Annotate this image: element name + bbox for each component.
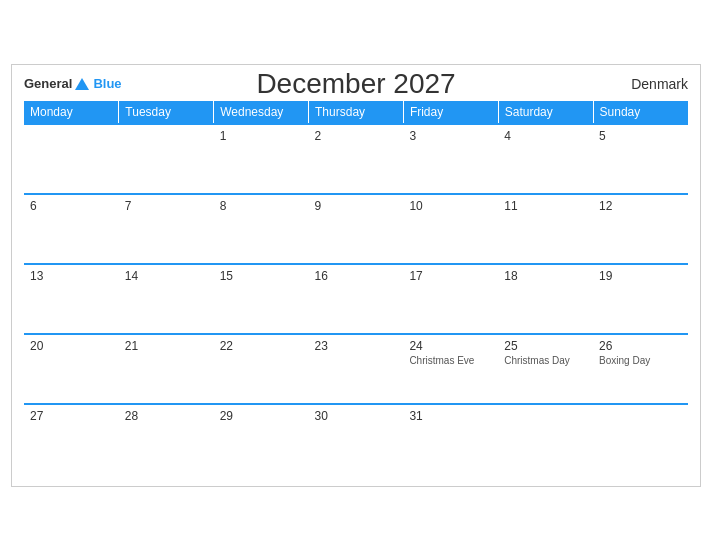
calendar-cell: 12 <box>593 194 688 264</box>
holiday-label: Christmas Eve <box>409 355 492 366</box>
day-number: 3 <box>409 129 492 143</box>
calendar-cell: 7 <box>119 194 214 264</box>
day-number: 11 <box>504 199 587 213</box>
calendar-cell: 23 <box>309 334 404 404</box>
calendar-cell: 14 <box>119 264 214 334</box>
day-number: 19 <box>599 269 682 283</box>
day-number: 1 <box>220 129 303 143</box>
calendar-cell: 29 <box>214 404 309 474</box>
day-number: 6 <box>30 199 113 213</box>
calendar-cell <box>498 404 593 474</box>
holiday-label: Christmas Day <box>504 355 587 366</box>
day-number: 4 <box>504 129 587 143</box>
calendar-table: Monday Tuesday Wednesday Thursday Friday… <box>24 101 688 474</box>
day-number: 10 <box>409 199 492 213</box>
calendar-cell: 11 <box>498 194 593 264</box>
day-number: 5 <box>599 129 682 143</box>
calendar-cell: 22 <box>214 334 309 404</box>
calendar-week-row: 6789101112 <box>24 194 688 264</box>
calendar-cell: 21 <box>119 334 214 404</box>
day-number: 26 <box>599 339 682 353</box>
day-number: 13 <box>30 269 113 283</box>
calendar-cell: 10 <box>403 194 498 264</box>
day-number: 31 <box>409 409 492 423</box>
day-number: 20 <box>30 339 113 353</box>
calendar-week-row: 13141516171819 <box>24 264 688 334</box>
header-friday: Friday <box>403 101 498 124</box>
calendar-cell: 13 <box>24 264 119 334</box>
calendar-cell: 31 <box>403 404 498 474</box>
day-number: 14 <box>125 269 208 283</box>
calendar-cell: 25Christmas Day <box>498 334 593 404</box>
logo-triangle-icon <box>75 78 89 90</box>
calendar-cell: 27 <box>24 404 119 474</box>
day-number: 22 <box>220 339 303 353</box>
header-thursday: Thursday <box>309 101 404 124</box>
day-number: 23 <box>315 339 398 353</box>
day-number: 27 <box>30 409 113 423</box>
day-number: 17 <box>409 269 492 283</box>
calendar-cell <box>119 124 214 194</box>
calendar-cell: 3 <box>403 124 498 194</box>
calendar-cell: 26Boxing Day <box>593 334 688 404</box>
calendar-cell: 24Christmas Eve <box>403 334 498 404</box>
calendar-week-row: 2021222324Christmas Eve25Christmas Day26… <box>24 334 688 404</box>
calendar-cell: 15 <box>214 264 309 334</box>
calendar-cell: 2 <box>309 124 404 194</box>
calendar-header: General Blue December 2027 Denmark <box>24 75 688 93</box>
calendar-cell: 18 <box>498 264 593 334</box>
calendar-week-row: 12345 <box>24 124 688 194</box>
header-wednesday: Wednesday <box>214 101 309 124</box>
calendar-cell <box>593 404 688 474</box>
day-number: 30 <box>315 409 398 423</box>
day-number: 29 <box>220 409 303 423</box>
logo-general-text: General <box>24 76 72 91</box>
header-monday: Monday <box>24 101 119 124</box>
calendar-cell: 20 <box>24 334 119 404</box>
calendar-week-row: 2728293031 <box>24 404 688 474</box>
page-title: December 2027 <box>256 68 455 100</box>
day-number: 7 <box>125 199 208 213</box>
day-number: 18 <box>504 269 587 283</box>
calendar-cell: 30 <box>309 404 404 474</box>
calendar-body: 123456789101112131415161718192021222324C… <box>24 124 688 474</box>
calendar-cell: 6 <box>24 194 119 264</box>
weekday-header-row: Monday Tuesday Wednesday Thursday Friday… <box>24 101 688 124</box>
calendar-cell: 5 <box>593 124 688 194</box>
calendar: General Blue December 2027 Denmark Monda… <box>11 64 701 487</box>
calendar-cell: 4 <box>498 124 593 194</box>
header-sunday: Sunday <box>593 101 688 124</box>
calendar-cell: 19 <box>593 264 688 334</box>
day-number: 2 <box>315 129 398 143</box>
calendar-cell: 17 <box>403 264 498 334</box>
day-number: 25 <box>504 339 587 353</box>
header-tuesday: Tuesday <box>119 101 214 124</box>
day-number: 24 <box>409 339 492 353</box>
day-number: 28 <box>125 409 208 423</box>
calendar-cell: 8 <box>214 194 309 264</box>
day-number: 8 <box>220 199 303 213</box>
calendar-cell: 9 <box>309 194 404 264</box>
calendar-cell: 1 <box>214 124 309 194</box>
calendar-cell: 16 <box>309 264 404 334</box>
calendar-thead: Monday Tuesday Wednesday Thursday Friday… <box>24 101 688 124</box>
day-number: 12 <box>599 199 682 213</box>
country-label: Denmark <box>631 76 688 92</box>
calendar-cell: 28 <box>119 404 214 474</box>
header-saturday: Saturday <box>498 101 593 124</box>
calendar-cell <box>24 124 119 194</box>
day-number: 9 <box>315 199 398 213</box>
day-number: 15 <box>220 269 303 283</box>
holiday-label: Boxing Day <box>599 355 682 366</box>
logo-blue-text: Blue <box>93 76 121 91</box>
logo: General Blue <box>24 75 122 93</box>
day-number: 21 <box>125 339 208 353</box>
day-number: 16 <box>315 269 398 283</box>
